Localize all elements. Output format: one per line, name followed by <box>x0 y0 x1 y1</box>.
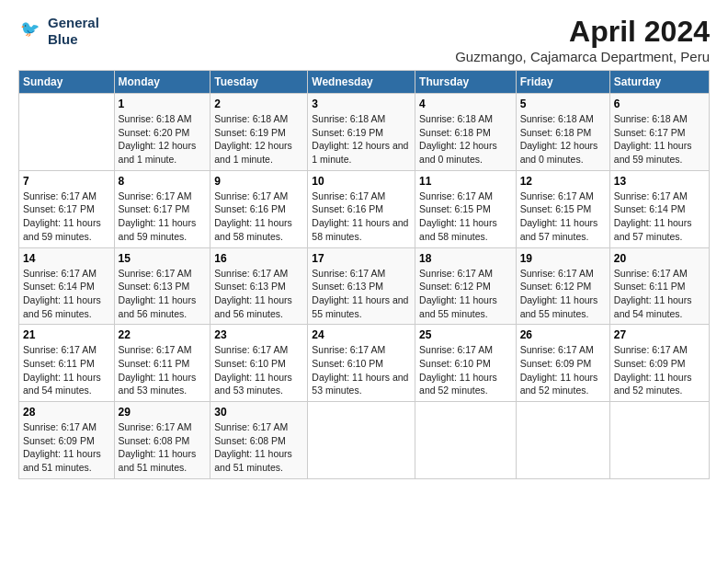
day-info: Sunrise: 6:18 AMSunset: 6:20 PMDaylight:… <box>119 112 207 167</box>
calendar-body: 1Sunrise: 6:18 AMSunset: 6:20 PMDaylight… <box>19 94 710 479</box>
calendar-day-cell <box>609 402 709 479</box>
day-number: 15 <box>119 252 207 265</box>
calendar-day-cell: 29Sunrise: 6:17 AMSunset: 6:08 PMDayligh… <box>114 402 210 479</box>
day-info: Sunrise: 6:18 AMSunset: 6:17 PMDaylight:… <box>614 112 705 167</box>
calendar-weekday-header: Wednesday <box>308 71 415 94</box>
page-title: April 2024 <box>455 15 710 49</box>
calendar-table: SundayMondayTuesdayWednesdayThursdayFrid… <box>18 70 710 479</box>
day-info: Sunrise: 6:17 AMSunset: 6:17 PMDaylight:… <box>23 190 110 244</box>
calendar-day-cell: 19Sunrise: 6:17 AMSunset: 6:12 PMDayligh… <box>516 247 609 325</box>
calendar-header-row: SundayMondayTuesdayWednesdayThursdayFrid… <box>19 71 710 94</box>
day-info: Sunrise: 6:18 AMSunset: 6:18 PMDaylight:… <box>419 112 512 167</box>
calendar-weekday-header: Friday <box>516 71 609 94</box>
day-number: 13 <box>614 175 705 188</box>
day-info: Sunrise: 6:17 AMSunset: 6:17 PMDaylight:… <box>119 190 207 244</box>
day-number: 12 <box>520 175 606 188</box>
day-info: Sunrise: 6:17 AMSunset: 6:15 PMDaylight:… <box>419 190 512 244</box>
calendar-week-row: 21Sunrise: 6:17 AMSunset: 6:11 PMDayligh… <box>19 325 710 402</box>
day-number: 17 <box>312 252 411 265</box>
calendar-day-cell: 26Sunrise: 6:17 AMSunset: 6:09 PMDayligh… <box>516 325 609 402</box>
day-number: 1 <box>119 98 207 110</box>
calendar-day-cell: 24Sunrise: 6:17 AMSunset: 6:10 PMDayligh… <box>308 325 415 402</box>
calendar-day-cell: 14Sunrise: 6:17 AMSunset: 6:14 PMDayligh… <box>19 247 115 325</box>
logo-icon: 🐦 <box>18 18 44 44</box>
day-number: 2 <box>214 98 303 110</box>
day-number: 20 <box>614 252 705 265</box>
calendar-day-cell: 11Sunrise: 6:17 AMSunset: 6:15 PMDayligh… <box>415 170 517 247</box>
day-info: Sunrise: 6:17 AMSunset: 6:12 PMDaylight:… <box>520 267 606 321</box>
calendar-day-cell: 28Sunrise: 6:17 AMSunset: 6:09 PMDayligh… <box>19 402 115 479</box>
calendar-day-cell: 9Sunrise: 6:17 AMSunset: 6:16 PMDaylight… <box>210 170 308 247</box>
calendar-weekday-header: Saturday <box>609 71 709 94</box>
day-info: Sunrise: 6:17 AMSunset: 6:10 PMDaylight:… <box>312 343 411 397</box>
calendar-weekday-header: Sunday <box>19 71 115 94</box>
day-number: 18 <box>419 252 512 265</box>
day-info: Sunrise: 6:17 AMSunset: 6:15 PMDaylight:… <box>520 190 606 244</box>
day-info: Sunrise: 6:17 AMSunset: 6:08 PMDaylight:… <box>214 420 303 475</box>
day-number: 16 <box>214 252 303 265</box>
day-number: 25 <box>419 328 512 341</box>
calendar-week-row: 7Sunrise: 6:17 AMSunset: 6:17 PMDaylight… <box>19 170 710 247</box>
day-number: 10 <box>312 175 411 188</box>
day-info: Sunrise: 6:18 AMSunset: 6:19 PMDaylight:… <box>214 112 303 167</box>
calendar-day-cell: 5Sunrise: 6:18 AMSunset: 6:18 PMDaylight… <box>516 94 609 171</box>
day-number: 23 <box>214 328 303 341</box>
calendar-day-cell: 3Sunrise: 6:18 AMSunset: 6:19 PMDaylight… <box>308 94 415 171</box>
calendar-day-cell: 17Sunrise: 6:17 AMSunset: 6:13 PMDayligh… <box>308 247 415 325</box>
calendar-day-cell: 23Sunrise: 6:17 AMSunset: 6:10 PMDayligh… <box>210 325 308 402</box>
day-info: Sunrise: 6:17 AMSunset: 6:16 PMDaylight:… <box>312 190 411 244</box>
calendar-day-cell: 8Sunrise: 6:17 AMSunset: 6:17 PMDaylight… <box>114 170 210 247</box>
day-info: Sunrise: 6:17 AMSunset: 6:10 PMDaylight:… <box>214 343 303 397</box>
calendar-day-cell: 27Sunrise: 6:17 AMSunset: 6:09 PMDayligh… <box>609 325 709 402</box>
calendar-day-cell: 13Sunrise: 6:17 AMSunset: 6:14 PMDayligh… <box>609 170 709 247</box>
day-number: 14 <box>23 252 110 265</box>
day-number: 24 <box>312 328 411 341</box>
calendar-day-cell: 30Sunrise: 6:17 AMSunset: 6:08 PMDayligh… <box>210 402 308 479</box>
day-info: Sunrise: 6:17 AMSunset: 6:16 PMDaylight:… <box>214 190 303 244</box>
calendar-week-row: 28Sunrise: 6:17 AMSunset: 6:09 PMDayligh… <box>19 402 710 479</box>
calendar-weekday-header: Tuesday <box>210 71 308 94</box>
day-info: Sunrise: 6:17 AMSunset: 6:11 PMDaylight:… <box>119 343 207 397</box>
day-number: 11 <box>419 175 512 188</box>
day-info: Sunrise: 6:18 AMSunset: 6:19 PMDaylight:… <box>312 112 411 167</box>
calendar-day-cell: 10Sunrise: 6:17 AMSunset: 6:16 PMDayligh… <box>308 170 415 247</box>
day-info: Sunrise: 6:17 AMSunset: 6:10 PMDaylight:… <box>419 343 512 397</box>
calendar-weekday-header: Monday <box>114 71 210 94</box>
day-number: 28 <box>23 406 110 419</box>
calendar-weekday-header: Thursday <box>415 71 517 94</box>
day-number: 5 <box>520 98 606 110</box>
calendar-day-cell <box>516 402 609 479</box>
calendar-day-cell: 6Sunrise: 6:18 AMSunset: 6:17 PMDaylight… <box>609 94 709 171</box>
day-info: Sunrise: 6:17 AMSunset: 6:09 PMDaylight:… <box>23 420 110 475</box>
calendar-day-cell: 16Sunrise: 6:17 AMSunset: 6:13 PMDayligh… <box>210 247 308 325</box>
day-number: 6 <box>614 98 705 110</box>
day-number: 4 <box>419 98 512 110</box>
calendar-day-cell: 22Sunrise: 6:17 AMSunset: 6:11 PMDayligh… <box>114 325 210 402</box>
day-info: Sunrise: 6:17 AMSunset: 6:13 PMDaylight:… <box>119 267 207 321</box>
calendar-day-cell: 25Sunrise: 6:17 AMSunset: 6:10 PMDayligh… <box>415 325 517 402</box>
day-number: 19 <box>520 252 606 265</box>
calendar-day-cell <box>19 94 115 171</box>
day-number: 30 <box>214 406 303 419</box>
calendar-day-cell: 7Sunrise: 6:17 AMSunset: 6:17 PMDaylight… <box>19 170 115 247</box>
day-info: Sunrise: 6:17 AMSunset: 6:11 PMDaylight:… <box>23 343 110 397</box>
day-number: 27 <box>614 328 705 341</box>
logo: 🐦 General Blue <box>18 15 99 48</box>
calendar-day-cell: 18Sunrise: 6:17 AMSunset: 6:12 PMDayligh… <box>415 247 517 325</box>
calendar-day-cell: 4Sunrise: 6:18 AMSunset: 6:18 PMDaylight… <box>415 94 517 171</box>
title-block: April 2024 Guzmango, Cajamarca Departmen… <box>455 15 710 64</box>
day-number: 3 <box>312 98 411 110</box>
calendar-day-cell: 20Sunrise: 6:17 AMSunset: 6:11 PMDayligh… <box>609 247 709 325</box>
day-number: 7 <box>23 175 110 188</box>
calendar-day-cell <box>308 402 415 479</box>
calendar-day-cell: 1Sunrise: 6:18 AMSunset: 6:20 PMDaylight… <box>114 94 210 171</box>
svg-text:🐦: 🐦 <box>20 19 40 39</box>
day-info: Sunrise: 6:17 AMSunset: 6:14 PMDaylight:… <box>614 190 705 244</box>
day-number: 21 <box>23 328 110 341</box>
day-number: 8 <box>119 175 207 188</box>
day-number: 26 <box>520 328 606 341</box>
day-info: Sunrise: 6:17 AMSunset: 6:08 PMDaylight:… <box>119 420 207 475</box>
calendar-week-row: 14Sunrise: 6:17 AMSunset: 6:14 PMDayligh… <box>19 247 710 325</box>
day-info: Sunrise: 6:17 AMSunset: 6:12 PMDaylight:… <box>419 267 512 321</box>
day-number: 29 <box>119 406 207 419</box>
